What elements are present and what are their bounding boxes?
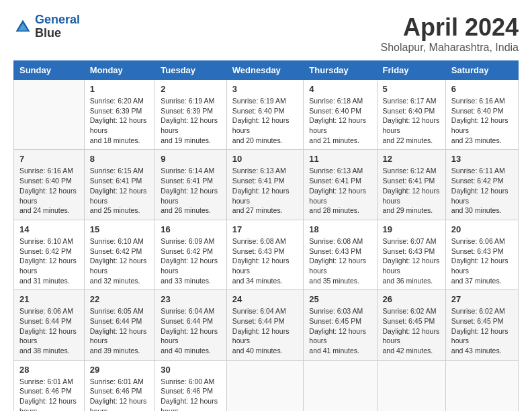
- day-info: Sunrise: 6:01 AMSunset: 6:46 PMDaylight:…: [90, 377, 150, 411]
- day-number: 3: [232, 84, 298, 94]
- day-info: Sunrise: 6:00 AMSunset: 6:46 PMDaylight:…: [161, 377, 221, 411]
- day-number: 13: [451, 154, 513, 164]
- calendar-cell: 1Sunrise: 6:20 AMSunset: 6:39 PMDaylight…: [84, 80, 155, 150]
- day-number: 4: [309, 84, 371, 94]
- calendar-cell: 19Sunrise: 6:07 AMSunset: 6:43 PMDayligh…: [377, 220, 445, 289]
- calendar-cell: 26Sunrise: 6:02 AMSunset: 6:45 PMDayligh…: [377, 290, 445, 360]
- calendar-cell: 11Sunrise: 6:13 AMSunset: 6:41 PMDayligh…: [304, 150, 377, 220]
- calendar-week-row: 28Sunrise: 6:01 AMSunset: 6:46 PMDayligh…: [14, 360, 519, 411]
- weekday-header: Thursday: [304, 61, 377, 80]
- calendar-cell: 27Sunrise: 6:02 AMSunset: 6:45 PMDayligh…: [445, 290, 518, 360]
- day-number: 7: [19, 154, 79, 164]
- day-info: Sunrise: 6:05 AMSunset: 6:44 PMDaylight:…: [90, 306, 150, 355]
- day-info: Sunrise: 6:06 AMSunset: 6:44 PMDaylight:…: [19, 306, 79, 355]
- day-info: Sunrise: 6:14 AMSunset: 6:41 PMDaylight:…: [161, 166, 221, 215]
- day-number: 25: [309, 294, 371, 304]
- day-number: 12: [383, 154, 440, 164]
- calendar-cell: [14, 80, 85, 150]
- calendar-cell: 9Sunrise: 6:14 AMSunset: 6:41 PMDaylight…: [155, 150, 227, 220]
- day-info: Sunrise: 6:02 AMSunset: 6:45 PMDaylight:…: [383, 306, 440, 355]
- day-info: Sunrise: 6:11 AMSunset: 6:42 PMDaylight:…: [451, 166, 513, 215]
- day-info: Sunrise: 6:06 AMSunset: 6:43 PMDaylight:…: [451, 236, 513, 285]
- calendar-week-row: 14Sunrise: 6:10 AMSunset: 6:42 PMDayligh…: [14, 220, 519, 289]
- day-number: 22: [90, 294, 150, 304]
- day-number: 11: [309, 154, 371, 164]
- day-info: Sunrise: 6:04 AMSunset: 6:44 PMDaylight:…: [232, 306, 298, 355]
- day-number: 8: [90, 154, 150, 164]
- calendar-cell: 24Sunrise: 6:04 AMSunset: 6:44 PMDayligh…: [226, 290, 303, 360]
- calendar-cell: 14Sunrise: 6:10 AMSunset: 6:42 PMDayligh…: [14, 220, 85, 289]
- day-info: Sunrise: 6:08 AMSunset: 6:43 PMDaylight:…: [232, 236, 298, 285]
- calendar-cell: 20Sunrise: 6:06 AMSunset: 6:43 PMDayligh…: [445, 220, 518, 289]
- weekday-header: Wednesday: [226, 61, 303, 80]
- day-info: Sunrise: 6:02 AMSunset: 6:45 PMDaylight:…: [451, 306, 513, 355]
- day-number: 20: [451, 224, 513, 234]
- calendar-cell: 6Sunrise: 6:16 AMSunset: 6:40 PMDaylight…: [445, 80, 518, 150]
- calendar-cell: 8Sunrise: 6:15 AMSunset: 6:41 PMDaylight…: [84, 150, 155, 220]
- calendar-cell: 12Sunrise: 6:12 AMSunset: 6:41 PMDayligh…: [377, 150, 445, 220]
- day-number: 16: [161, 224, 221, 234]
- day-number: 9: [161, 154, 221, 164]
- calendar-cell: 16Sunrise: 6:09 AMSunset: 6:42 PMDayligh…: [155, 220, 227, 289]
- day-number: 15: [90, 224, 150, 234]
- weekday-header: Tuesday: [155, 61, 227, 80]
- weekday-header: Saturday: [445, 61, 518, 80]
- day-info: Sunrise: 6:16 AMSunset: 6:40 PMDaylight:…: [451, 96, 513, 145]
- day-number: 24: [232, 294, 298, 304]
- day-number: 5: [383, 84, 440, 94]
- day-number: 19: [383, 224, 440, 234]
- day-number: 18: [309, 224, 371, 234]
- day-info: Sunrise: 6:01 AMSunset: 6:46 PMDaylight:…: [19, 377, 79, 411]
- calendar-cell: 29Sunrise: 6:01 AMSunset: 6:46 PMDayligh…: [84, 360, 155, 411]
- calendar-cell: 23Sunrise: 6:04 AMSunset: 6:44 PMDayligh…: [155, 290, 227, 360]
- logo-line2: Blue: [35, 27, 80, 40]
- calendar-week-row: 1Sunrise: 6:20 AMSunset: 6:39 PMDaylight…: [14, 80, 519, 150]
- day-info: Sunrise: 6:18 AMSunset: 6:40 PMDaylight:…: [309, 96, 371, 145]
- day-info: Sunrise: 6:13 AMSunset: 6:41 PMDaylight:…: [232, 166, 298, 215]
- calendar-cell: 7Sunrise: 6:16 AMSunset: 6:40 PMDaylight…: [14, 150, 85, 220]
- calendar-cell: 25Sunrise: 6:03 AMSunset: 6:45 PMDayligh…: [304, 290, 377, 360]
- calendar-cell: [445, 360, 518, 411]
- calendar-cell: 3Sunrise: 6:19 AMSunset: 6:40 PMDaylight…: [226, 80, 303, 150]
- day-number: 21: [19, 294, 79, 304]
- logo-icon: [13, 17, 32, 36]
- logo-text: General Blue: [35, 13, 80, 40]
- day-info: Sunrise: 6:07 AMSunset: 6:43 PMDaylight:…: [383, 236, 440, 285]
- calendar-cell: 21Sunrise: 6:06 AMSunset: 6:44 PMDayligh…: [14, 290, 85, 360]
- day-info: Sunrise: 6:17 AMSunset: 6:40 PMDaylight:…: [383, 96, 440, 145]
- day-number: 29: [90, 365, 150, 375]
- day-info: Sunrise: 6:04 AMSunset: 6:44 PMDaylight:…: [161, 306, 221, 355]
- day-info: Sunrise: 6:12 AMSunset: 6:41 PMDaylight:…: [383, 166, 440, 215]
- header: General Blue April 2024 Sholapur, Mahara…: [13, 13, 519, 54]
- day-number: 26: [383, 294, 440, 304]
- day-number: 1: [90, 84, 150, 94]
- calendar-cell: 2Sunrise: 6:19 AMSunset: 6:39 PMDaylight…: [155, 80, 227, 150]
- calendar-cell: 15Sunrise: 6:10 AMSunset: 6:42 PMDayligh…: [84, 220, 155, 289]
- day-info: Sunrise: 6:13 AMSunset: 6:41 PMDaylight:…: [309, 166, 371, 215]
- day-info: Sunrise: 6:19 AMSunset: 6:39 PMDaylight:…: [161, 96, 221, 145]
- logo-line1: General: [35, 13, 80, 26]
- calendar-cell: [226, 360, 303, 411]
- day-number: 23: [161, 294, 221, 304]
- main-title: April 2024: [381, 13, 519, 42]
- day-number: 10: [232, 154, 298, 164]
- calendar-cell: 10Sunrise: 6:13 AMSunset: 6:41 PMDayligh…: [226, 150, 303, 220]
- day-number: 6: [451, 84, 513, 94]
- weekday-header: Friday: [377, 61, 445, 80]
- logo: General Blue: [13, 13, 80, 40]
- header-row: SundayMondayTuesdayWednesdayThursdayFrid…: [14, 61, 519, 80]
- day-number: 27: [451, 294, 513, 304]
- calendar-cell: 17Sunrise: 6:08 AMSunset: 6:43 PMDayligh…: [226, 220, 303, 289]
- calendar-table: SundayMondayTuesdayWednesdayThursdayFrid…: [13, 60, 519, 411]
- day-number: 17: [232, 224, 298, 234]
- day-number: 14: [19, 224, 79, 234]
- day-number: 28: [19, 365, 79, 375]
- calendar-week-row: 7Sunrise: 6:16 AMSunset: 6:40 PMDaylight…: [14, 150, 519, 220]
- day-info: Sunrise: 6:03 AMSunset: 6:45 PMDaylight:…: [309, 306, 371, 355]
- day-info: Sunrise: 6:16 AMSunset: 6:40 PMDaylight:…: [19, 166, 79, 215]
- calendar-cell: 18Sunrise: 6:08 AMSunset: 6:43 PMDayligh…: [304, 220, 377, 289]
- weekday-header: Sunday: [14, 61, 85, 80]
- calendar-cell: 13Sunrise: 6:11 AMSunset: 6:42 PMDayligh…: [445, 150, 518, 220]
- day-info: Sunrise: 6:10 AMSunset: 6:42 PMDaylight:…: [90, 236, 150, 285]
- calendar-cell: [377, 360, 445, 411]
